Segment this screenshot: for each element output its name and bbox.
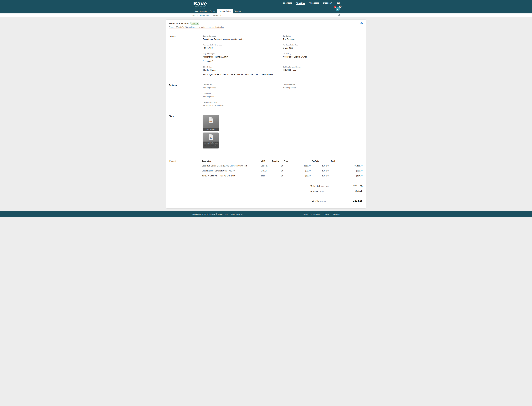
table-row: Laserlite 2000+ Corrugate Grey Tint 3.0m…	[169, 168, 363, 173]
project-manager-field: Project Manager Acceptance Financial Adm…	[203, 53, 283, 63]
col-description: Description	[201, 160, 260, 163]
delivery-section: Delivery Delivery Date None specified De…	[169, 84, 363, 115]
col-uom: UOM	[260, 160, 271, 163]
file-name: PO-212-36.pdf	[203, 128, 219, 131]
created-by-field: Created By Acceptance Branch Owner	[283, 53, 363, 63]
tax-option-field: Tax Option Tax Exclusive	[283, 35, 363, 40]
delivery-section-title: Delivery	[169, 84, 200, 115]
chevron-separator-icon: ›	[212, 14, 212, 16]
files-section: Files PDF PO-212-36.pdf	[169, 115, 363, 153]
delivery-to-field: Delivery To None specified	[203, 93, 283, 98]
notification-badge-red[interactable]: 30	[334, 6, 337, 8]
user-menu[interactable]: 30 28 AC	[334, 6, 342, 13]
details-section-title: Details	[169, 35, 200, 84]
delivery-section-body: Delivery Date None specified Delivery Ad…	[200, 84, 363, 115]
nav-calendar[interactable]: CALENDAR	[323, 2, 332, 5]
logo-tagline: SOFTWARE FOR KIWI BUILDERS	[193, 6, 207, 9]
total-row: TOTAL(incl. GST) 2313.35	[310, 196, 362, 202]
svg-text:X: X	[210, 137, 212, 139]
svg-text:PDF: PDF	[209, 120, 212, 122]
files-section-title: Files	[169, 115, 200, 153]
col-total: Total	[330, 160, 363, 163]
client-address: 226 Antigua Street, Christchurch Central…	[203, 73, 280, 76]
csv-file-icon: X	[208, 134, 213, 141]
nav-financial[interactable]: FINANCIAL	[296, 2, 305, 5]
footer-support-link[interactable]: Support	[324, 213, 329, 215]
tab-templates[interactable]: Templates	[233, 9, 244, 14]
history-clock-icon[interactable]	[338, 14, 340, 16]
footer-contact-us-link[interactable]: Contact Us	[333, 213, 340, 215]
primary-nav: PROJECTS FINANCIAL TIMESHEETS CALENDAR H…	[283, 2, 340, 5]
tab-quote-requests[interactable]: Quote Requests	[193, 9, 208, 14]
line-items-table: Product Description UOM Quantity Price T…	[169, 160, 363, 178]
breadcrumb: Home › Purchase Orders › PO-457-39	[192, 14, 340, 17]
app-footer: © Copyright 2007-2026 Ravebuild Privacy …	[0, 211, 532, 217]
file-name: crm-enquiries-lost_31-01-2026-06-03-2026…	[203, 142, 219, 148]
files-section-body: PDF PO-212-36.pdf X	[200, 115, 363, 153]
building-consent-field: Building Consent Number BC52698 HAM	[283, 66, 363, 76]
client-details-field: Client Details Charlie Sheen 226 Antigua…	[203, 66, 283, 76]
supplier-field: Supplier/Contractor Acceptance Contractt…	[203, 35, 283, 40]
chevron-separator-icon: ›	[197, 14, 198, 16]
footer-home-link[interactable]: Home	[304, 213, 308, 215]
print-icon[interactable]	[360, 22, 363, 25]
logo-wordmark: Rave	[193, 1, 207, 6]
nav-timesheets[interactable]: TIMESHEETS	[309, 2, 319, 5]
subtotal-row: Subtotal(excl. GST) 2011.60	[310, 185, 362, 188]
divider	[216, 213, 217, 215]
purchase-order-card: PURCHASE ORDER Received Sheen - RBA25079…	[166, 20, 366, 208]
breadcrumb-home[interactable]: Home	[192, 14, 196, 16]
privacy-policy-link[interactable]: Privacy Policy	[218, 213, 228, 215]
copyright-text: © Copyright 2007-2026 Ravebuild	[192, 213, 215, 215]
subtotal-value: 2011.60	[353, 185, 362, 188]
footer-users-manual-link[interactable]: Users Manual	[311, 213, 320, 215]
tab-quotes[interactable]: Quotes	[208, 9, 217, 14]
avatar[interactable]: AC	[336, 7, 340, 11]
details-section-body: Supplier/Contractor Acceptance Contractt…	[200, 35, 363, 84]
footer-legal: © Copyright 2007-2026 Ravebuild Privacy …	[192, 213, 242, 215]
col-tax-rate: Tax Rate	[311, 160, 330, 163]
details-section: Details Supplier/Contractor Acceptance C…	[169, 35, 363, 84]
divider	[229, 213, 229, 215]
notification-badge-gray[interactable]: 28	[339, 6, 341, 8]
table-header-row: Product Description UOM Quantity Price T…	[169, 160, 363, 163]
table-row: Batts R1.8 Ceiling Classic 13.7m2 1220x4…	[169, 163, 363, 168]
card-header: PURCHASE ORDER Received	[169, 22, 363, 25]
financial-sub-nav: Quote Requests Quotes Purchase Orders Te…	[193, 9, 244, 14]
rave-logo[interactable]: Rave SOFTWARE FOR KIWI BUILDERS	[193, 1, 207, 9]
delivery-instructions-field: Delivery Instructions No instructions in…	[203, 102, 283, 107]
breadcrumb-bar: Home › Purchase Orders › PO-457-39	[0, 14, 532, 17]
table-row: 40X18 PREM PINE++H3.1 KD D4S 1.8M each 1…	[169, 173, 363, 178]
breadcrumb-purchase-orders[interactable]: Purchase Orders	[199, 14, 210, 16]
terms-of-service-link[interactable]: Terms of Service	[231, 213, 242, 215]
col-price: Price	[283, 160, 311, 163]
page-title: PURCHASE ORDER	[169, 22, 189, 24]
nav-help[interactable]: HELP	[336, 2, 340, 5]
col-quantity: Quantity	[271, 160, 283, 163]
gst-value: 301.75	[355, 190, 362, 192]
totals-summary: Subtotal(excl. GST) 2011.60 TOTAL GST(15…	[310, 185, 363, 202]
page-content: PURCHASE ORDER Received Sheen - RBA25079…	[0, 17, 532, 211]
footer-links: Home Users Manual Support Contact Us	[304, 213, 340, 215]
po-subtitle: Sheen - RBA25079 (Sravani to use this fo…	[169, 26, 224, 29]
po-date-field: Purchase Order Date 9 Mar 2026	[283, 44, 363, 49]
total-value: 2313.35	[353, 199, 362, 202]
app-header: Rave SOFTWARE FOR KIWI BUILDERS PROJECTS…	[0, 0, 532, 14]
gst-row: TOTAL GST(15%) 301.75	[310, 190, 362, 192]
file-thumbnail-pdf[interactable]: PDF PO-212-36.pdf	[203, 115, 219, 131]
po-reference-field: Purchase Order Reference PO-457-39	[203, 44, 283, 49]
delivery-address-field: Delivery Address None specified	[283, 84, 363, 89]
file-thumbnail-csv[interactable]: X crm-enquiries-lost_31-01-2026-06-03-20…	[203, 132, 219, 148]
project-manager-phone: (22222222)	[203, 60, 280, 63]
delivery-date-field: Delivery Date None specified	[203, 84, 283, 89]
status-badge: Received	[191, 22, 199, 25]
divider	[309, 213, 309, 215]
col-product: Product	[169, 160, 201, 163]
nav-projects[interactable]: PROJECTS	[283, 2, 292, 5]
pdf-file-icon: PDF	[208, 117, 213, 124]
breadcrumb-current: PO-457-39	[213, 14, 221, 16]
tab-purchase-orders[interactable]: Purchase Orders	[217, 9, 233, 14]
